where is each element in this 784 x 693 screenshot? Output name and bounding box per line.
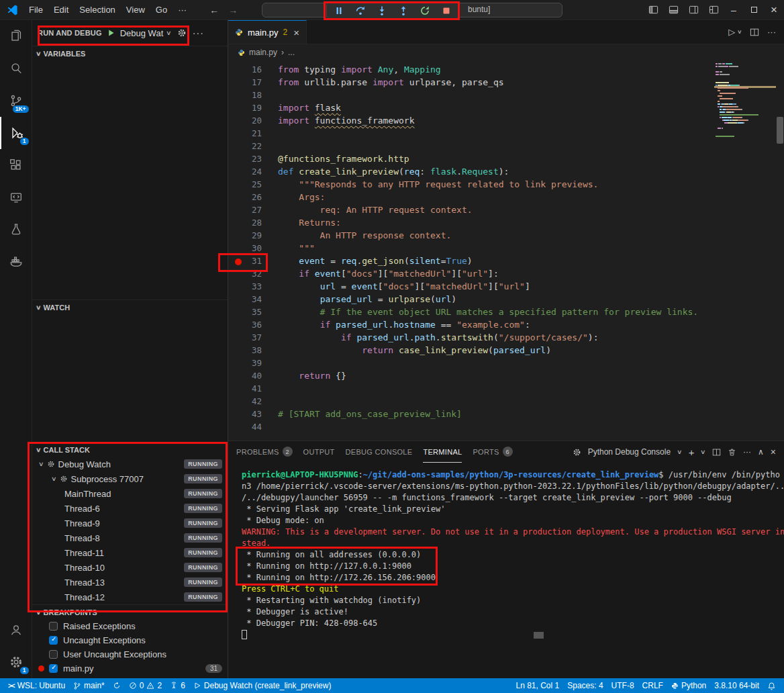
code-line-37[interactable]: 37 if parsed_url.path.startswith("/suppo… bbox=[228, 331, 784, 344]
restart-button[interactable] bbox=[415, 3, 435, 18]
split-editor-icon[interactable] bbox=[750, 28, 759, 37]
code-line-44[interactable]: 44 bbox=[228, 420, 784, 433]
gutter-line-30[interactable]: 30 bbox=[228, 243, 271, 253]
gutter-line-25[interactable]: 25 bbox=[228, 179, 271, 189]
gutter-line-17[interactable]: 17 bbox=[228, 77, 271, 87]
python-interpreter[interactable]: 3.8.10 64-bit bbox=[710, 681, 763, 690]
gutter-line-37[interactable]: 37 bbox=[228, 332, 271, 342]
code-line-29[interactable]: 29 An HTTP response context. bbox=[228, 229, 784, 242]
menu-file[interactable]: File bbox=[23, 5, 48, 15]
editor-more-icon[interactable]: ··· bbox=[767, 27, 776, 37]
code-line-25[interactable]: 25 """Responds to any HTTP request relat… bbox=[228, 178, 784, 191]
step-into-button[interactable] bbox=[372, 3, 392, 18]
run-python-file-button[interactable]: ▷ bbox=[728, 27, 735, 37]
pause-button[interactable] bbox=[329, 3, 349, 18]
gutter-line-29[interactable]: 29 bbox=[228, 230, 271, 240]
panel-tab-terminal[interactable]: TERMINAL bbox=[423, 441, 462, 463]
code-line-27[interactable]: 27 req: An HTTP request context. bbox=[228, 203, 784, 216]
git-branch[interactable]: main* bbox=[69, 678, 109, 693]
gutter-line-23[interactable]: 23 bbox=[228, 154, 271, 164]
gutter-line-34[interactable]: 34 bbox=[228, 294, 271, 304]
customize-layout-icon[interactable] bbox=[703, 0, 724, 19]
code-line-33[interactable]: 33 url = event["docs"]["matchedUrl"]["ur… bbox=[228, 280, 784, 293]
gutter-line-32[interactable]: 32 bbox=[228, 269, 271, 279]
terminal[interactable]: pierrick@LAPTOP-HKU5PNNG:~/git/add-ons-s… bbox=[228, 463, 784, 678]
checkbox[interactable] bbox=[49, 622, 58, 631]
callstack-row-debug-watch[interactable]: ∨Debug WatchRUNNING bbox=[32, 457, 228, 471]
problems-status[interactable]: 0 2 bbox=[125, 678, 166, 693]
language-mode[interactable]: Python bbox=[667, 681, 710, 690]
source-control-icon[interactable]: 1K+ bbox=[0, 85, 32, 117]
extensions-icon[interactable] bbox=[0, 149, 32, 181]
checkbox[interactable] bbox=[49, 664, 58, 673]
callstack-section-header[interactable]: ∨CALL STACK bbox=[32, 442, 228, 457]
stop-button[interactable] bbox=[436, 3, 456, 18]
minimap[interactable] bbox=[716, 63, 775, 224]
panel-tab-debug-console[interactable]: DEBUG CONSOLE bbox=[346, 441, 413, 463]
code-editor[interactable]: 16from typing import Any, Mapping17from … bbox=[228, 60, 784, 441]
gutter-line-27[interactable]: 27 bbox=[228, 205, 271, 215]
breakpoint-item-uncaught-exceptions[interactable]: Uncaught Exceptions bbox=[32, 633, 228, 647]
code-line-21[interactable]: 21 bbox=[228, 127, 784, 140]
code-line-26[interactable]: 26 Args: bbox=[228, 191, 784, 203]
code-line-38[interactable]: 38 return case_link_preview(parsed_url) bbox=[228, 344, 784, 357]
kill-terminal-icon[interactable] bbox=[728, 448, 736, 457]
split-terminal-icon[interactable] bbox=[712, 448, 721, 457]
code-line-23[interactable]: 23@functions_framework.http bbox=[228, 152, 784, 165]
sync-button[interactable] bbox=[109, 678, 125, 693]
start-debug-button[interactable] bbox=[107, 28, 115, 38]
nav-back-icon[interactable]: ← bbox=[209, 5, 219, 15]
maximize-button[interactable] bbox=[744, 0, 764, 19]
code-line-43[interactable]: 43# [START add_ons_case_preview_link] bbox=[228, 408, 784, 420]
callstack-row-thread-13[interactable]: Thread-13RUNNING bbox=[32, 575, 228, 590]
breakpoint-item-user-uncaught-exceptions[interactable]: User Uncaught Exceptions bbox=[32, 647, 228, 661]
menu-[interactable]: ··· bbox=[173, 5, 192, 15]
gutter-line-41[interactable]: 41 bbox=[228, 383, 271, 394]
gutter-line-19[interactable]: 19 bbox=[228, 103, 271, 113]
eol-sequence[interactable]: CRLF bbox=[638, 681, 667, 690]
docker-icon[interactable] bbox=[0, 246, 32, 278]
checkbox[interactable] bbox=[49, 636, 58, 645]
search-icon[interactable] bbox=[0, 52, 32, 85]
code-line-30[interactable]: 30 """ bbox=[228, 242, 784, 255]
gutter-line-24[interactable]: 24 bbox=[228, 167, 271, 177]
indentation[interactable]: Spaces: 4 bbox=[563, 681, 607, 690]
menu-go[interactable]: Go bbox=[150, 5, 173, 15]
code-line-34[interactable]: 34 parsed_url = urlparse(url) bbox=[228, 293, 784, 306]
breadcrumb[interactable]: main.py › ... bbox=[228, 44, 784, 60]
code-line-32[interactable]: 32 if event["docs"]["matchedUrl"]["url"]… bbox=[228, 267, 784, 280]
code-line-36[interactable]: 36 if parsed_url.hostname == "example.co… bbox=[228, 318, 784, 331]
breakpoint-item-raised-exceptions[interactable]: Raised Exceptions bbox=[32, 619, 228, 633]
menu-selection[interactable]: Selection bbox=[74, 5, 120, 15]
run-and-debug-icon[interactable]: 1 bbox=[0, 117, 32, 149]
panel-more-icon[interactable]: ··· bbox=[743, 447, 751, 457]
gutter-line-43[interactable]: 43 bbox=[228, 409, 271, 419]
gutter-line-28[interactable]: 28 bbox=[228, 218, 271, 228]
chevron-down-icon[interactable]: ∨ bbox=[700, 449, 706, 455]
code-line-42[interactable]: 42 bbox=[228, 395, 784, 408]
minimize-button[interactable]: – bbox=[724, 0, 744, 19]
gutter-line-18[interactable]: 18 bbox=[228, 90, 271, 100]
code-line-16[interactable]: 16from typing import Any, Mapping bbox=[228, 63, 784, 76]
code-line-20[interactable]: 20import functions_framework bbox=[228, 114, 784, 127]
callstack-row-thread-9[interactable]: Thread-9RUNNING bbox=[32, 516, 228, 530]
gutter-line-42[interactable]: 42 bbox=[228, 396, 271, 406]
menu-view[interactable]: View bbox=[121, 5, 150, 15]
callstack-row-thread-6[interactable]: Thread-6RUNNING bbox=[32, 501, 228, 516]
terminal-profile-selector[interactable]: Python Debug Console bbox=[588, 447, 671, 457]
debug-settings-gear-icon[interactable] bbox=[177, 28, 187, 38]
debug-config-dropdown[interactable]: Debug Wat∨ bbox=[120, 28, 171, 38]
gutter-line-16[interactable]: 16 bbox=[228, 64, 271, 75]
code-line-19[interactable]: 19import flask bbox=[228, 101, 784, 114]
remote-explorer-icon[interactable] bbox=[0, 181, 32, 214]
forwarded-ports[interactable]: 6 bbox=[166, 678, 189, 693]
watch-section-header[interactable]: ∨WATCH bbox=[32, 299, 228, 314]
code-line-39[interactable]: 39 bbox=[228, 357, 784, 369]
code-line-28[interactable]: 28 Returns: bbox=[228, 216, 784, 229]
editor-scrollbar-thumb[interactable] bbox=[777, 117, 783, 144]
gutter-line-20[interactable]: 20 bbox=[228, 116, 271, 126]
menu-edit[interactable]: Edit bbox=[48, 5, 74, 15]
debug-session-status[interactable]: Debug Watch (create_link_preview) bbox=[189, 678, 336, 693]
new-terminal-icon[interactable]: + bbox=[689, 447, 695, 458]
code-line-18[interactable]: 18 bbox=[228, 89, 784, 101]
